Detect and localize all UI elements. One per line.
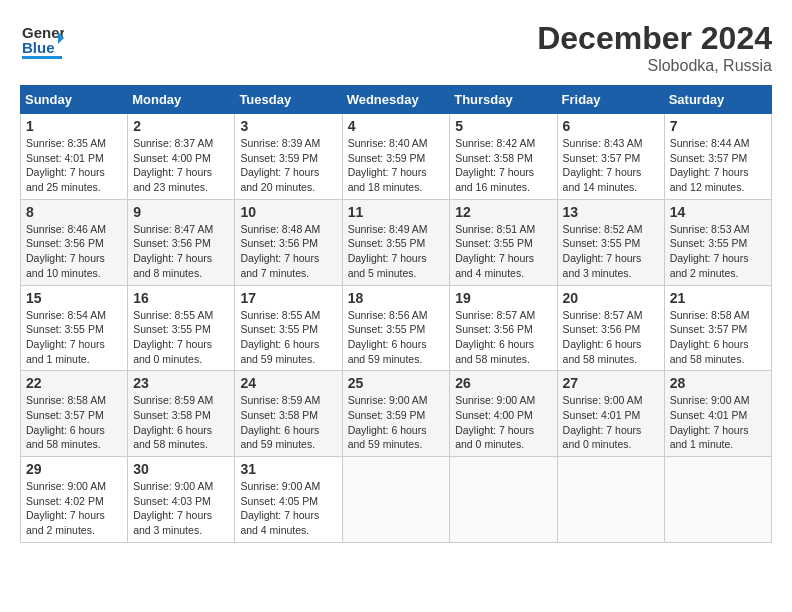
day-number: 9 bbox=[133, 204, 229, 220]
day-info: Sunrise: 8:59 AMSunset: 3:58 PMDaylight:… bbox=[133, 393, 229, 452]
page-header: General Blue December 2024 Slobodka, Rus… bbox=[20, 20, 772, 75]
day-number: 5 bbox=[455, 118, 551, 134]
calendar-cell: 28Sunrise: 9:00 AMSunset: 4:01 PMDayligh… bbox=[664, 371, 771, 457]
day-number: 24 bbox=[240, 375, 336, 391]
week-row-4: 22Sunrise: 8:58 AMSunset: 3:57 PMDayligh… bbox=[21, 371, 772, 457]
svg-rect-3 bbox=[22, 56, 62, 59]
week-row-2: 8Sunrise: 8:46 AMSunset: 3:56 PMDaylight… bbox=[21, 199, 772, 285]
calendar-cell: 20Sunrise: 8:57 AMSunset: 3:56 PMDayligh… bbox=[557, 285, 664, 371]
location-subtitle: Slobodka, Russia bbox=[537, 57, 772, 75]
day-info: Sunrise: 8:52 AMSunset: 3:55 PMDaylight:… bbox=[563, 222, 659, 281]
week-row-3: 15Sunrise: 8:54 AMSunset: 3:55 PMDayligh… bbox=[21, 285, 772, 371]
title-section: December 2024 Slobodka, Russia bbox=[537, 20, 772, 75]
col-tuesday: Tuesday bbox=[235, 86, 342, 114]
day-number: 13 bbox=[563, 204, 659, 220]
calendar-cell: 3Sunrise: 8:39 AMSunset: 3:59 PMDaylight… bbox=[235, 114, 342, 200]
day-info: Sunrise: 8:49 AMSunset: 3:55 PMDaylight:… bbox=[348, 222, 445, 281]
calendar-cell: 27Sunrise: 9:00 AMSunset: 4:01 PMDayligh… bbox=[557, 371, 664, 457]
day-info: Sunrise: 8:51 AMSunset: 3:55 PMDaylight:… bbox=[455, 222, 551, 281]
day-info: Sunrise: 9:00 AMSunset: 4:01 PMDaylight:… bbox=[563, 393, 659, 452]
day-number: 28 bbox=[670, 375, 766, 391]
day-info: Sunrise: 8:59 AMSunset: 3:58 PMDaylight:… bbox=[240, 393, 336, 452]
calendar-cell: 6Sunrise: 8:43 AMSunset: 3:57 PMDaylight… bbox=[557, 114, 664, 200]
day-info: Sunrise: 8:48 AMSunset: 3:56 PMDaylight:… bbox=[240, 222, 336, 281]
col-wednesday: Wednesday bbox=[342, 86, 450, 114]
col-sunday: Sunday bbox=[21, 86, 128, 114]
day-number: 12 bbox=[455, 204, 551, 220]
day-number: 25 bbox=[348, 375, 445, 391]
svg-text:Blue: Blue bbox=[22, 39, 55, 56]
day-info: Sunrise: 8:56 AMSunset: 3:55 PMDaylight:… bbox=[348, 308, 445, 367]
col-friday: Friday bbox=[557, 86, 664, 114]
calendar-cell bbox=[557, 457, 664, 543]
day-info: Sunrise: 8:39 AMSunset: 3:59 PMDaylight:… bbox=[240, 136, 336, 195]
calendar-cell: 18Sunrise: 8:56 AMSunset: 3:55 PMDayligh… bbox=[342, 285, 450, 371]
day-info: Sunrise: 8:58 AMSunset: 3:57 PMDaylight:… bbox=[670, 308, 766, 367]
day-number: 14 bbox=[670, 204, 766, 220]
calendar-cell: 26Sunrise: 9:00 AMSunset: 4:00 PMDayligh… bbox=[450, 371, 557, 457]
day-info: Sunrise: 8:57 AMSunset: 3:56 PMDaylight:… bbox=[455, 308, 551, 367]
col-monday: Monday bbox=[128, 86, 235, 114]
day-info: Sunrise: 8:46 AMSunset: 3:56 PMDaylight:… bbox=[26, 222, 122, 281]
calendar-cell: 11Sunrise: 8:49 AMSunset: 3:55 PMDayligh… bbox=[342, 199, 450, 285]
day-number: 8 bbox=[26, 204, 122, 220]
day-info: Sunrise: 9:00 AMSunset: 4:02 PMDaylight:… bbox=[26, 479, 122, 538]
day-number: 29 bbox=[26, 461, 122, 477]
day-info: Sunrise: 8:37 AMSunset: 4:00 PMDaylight:… bbox=[133, 136, 229, 195]
calendar-cell: 29Sunrise: 9:00 AMSunset: 4:02 PMDayligh… bbox=[21, 457, 128, 543]
calendar-cell bbox=[664, 457, 771, 543]
day-number: 7 bbox=[670, 118, 766, 134]
calendar-cell: 22Sunrise: 8:58 AMSunset: 3:57 PMDayligh… bbox=[21, 371, 128, 457]
calendar-header-row: Sunday Monday Tuesday Wednesday Thursday… bbox=[21, 86, 772, 114]
day-number: 3 bbox=[240, 118, 336, 134]
day-number: 21 bbox=[670, 290, 766, 306]
day-info: Sunrise: 8:44 AMSunset: 3:57 PMDaylight:… bbox=[670, 136, 766, 195]
calendar-cell: 16Sunrise: 8:55 AMSunset: 3:55 PMDayligh… bbox=[128, 285, 235, 371]
calendar-cell: 31Sunrise: 9:00 AMSunset: 4:05 PMDayligh… bbox=[235, 457, 342, 543]
calendar-cell: 14Sunrise: 8:53 AMSunset: 3:55 PMDayligh… bbox=[664, 199, 771, 285]
calendar-cell: 2Sunrise: 8:37 AMSunset: 4:00 PMDaylight… bbox=[128, 114, 235, 200]
calendar-cell: 23Sunrise: 8:59 AMSunset: 3:58 PMDayligh… bbox=[128, 371, 235, 457]
col-saturday: Saturday bbox=[664, 86, 771, 114]
day-info: Sunrise: 8:58 AMSunset: 3:57 PMDaylight:… bbox=[26, 393, 122, 452]
day-number: 4 bbox=[348, 118, 445, 134]
col-thursday: Thursday bbox=[450, 86, 557, 114]
day-number: 31 bbox=[240, 461, 336, 477]
day-number: 15 bbox=[26, 290, 122, 306]
day-info: Sunrise: 9:00 AMSunset: 3:59 PMDaylight:… bbox=[348, 393, 445, 452]
day-number: 1 bbox=[26, 118, 122, 134]
calendar-cell bbox=[450, 457, 557, 543]
calendar-cell: 7Sunrise: 8:44 AMSunset: 3:57 PMDaylight… bbox=[664, 114, 771, 200]
day-number: 19 bbox=[455, 290, 551, 306]
day-number: 26 bbox=[455, 375, 551, 391]
day-info: Sunrise: 8:55 AMSunset: 3:55 PMDaylight:… bbox=[133, 308, 229, 367]
day-info: Sunrise: 8:35 AMSunset: 4:01 PMDaylight:… bbox=[26, 136, 122, 195]
logo: General Blue bbox=[20, 20, 64, 60]
calendar-cell: 19Sunrise: 8:57 AMSunset: 3:56 PMDayligh… bbox=[450, 285, 557, 371]
calendar-table: Sunday Monday Tuesday Wednesday Thursday… bbox=[20, 85, 772, 543]
calendar-cell: 8Sunrise: 8:46 AMSunset: 3:56 PMDaylight… bbox=[21, 199, 128, 285]
calendar-cell: 9Sunrise: 8:47 AMSunset: 3:56 PMDaylight… bbox=[128, 199, 235, 285]
calendar-cell: 4Sunrise: 8:40 AMSunset: 3:59 PMDaylight… bbox=[342, 114, 450, 200]
calendar-cell bbox=[342, 457, 450, 543]
day-info: Sunrise: 9:00 AMSunset: 4:01 PMDaylight:… bbox=[670, 393, 766, 452]
calendar-cell: 17Sunrise: 8:55 AMSunset: 3:55 PMDayligh… bbox=[235, 285, 342, 371]
day-info: Sunrise: 8:40 AMSunset: 3:59 PMDaylight:… bbox=[348, 136, 445, 195]
day-info: Sunrise: 8:47 AMSunset: 3:56 PMDaylight:… bbox=[133, 222, 229, 281]
day-info: Sunrise: 8:43 AMSunset: 3:57 PMDaylight:… bbox=[563, 136, 659, 195]
week-row-1: 1Sunrise: 8:35 AMSunset: 4:01 PMDaylight… bbox=[21, 114, 772, 200]
calendar-cell: 5Sunrise: 8:42 AMSunset: 3:58 PMDaylight… bbox=[450, 114, 557, 200]
day-info: Sunrise: 8:53 AMSunset: 3:55 PMDaylight:… bbox=[670, 222, 766, 281]
day-number: 17 bbox=[240, 290, 336, 306]
day-number: 10 bbox=[240, 204, 336, 220]
day-info: Sunrise: 8:54 AMSunset: 3:55 PMDaylight:… bbox=[26, 308, 122, 367]
week-row-5: 29Sunrise: 9:00 AMSunset: 4:02 PMDayligh… bbox=[21, 457, 772, 543]
day-info: Sunrise: 9:00 AMSunset: 4:00 PMDaylight:… bbox=[455, 393, 551, 452]
calendar-cell: 24Sunrise: 8:59 AMSunset: 3:58 PMDayligh… bbox=[235, 371, 342, 457]
day-info: Sunrise: 9:00 AMSunset: 4:05 PMDaylight:… bbox=[240, 479, 336, 538]
day-number: 30 bbox=[133, 461, 229, 477]
calendar-cell: 12Sunrise: 8:51 AMSunset: 3:55 PMDayligh… bbox=[450, 199, 557, 285]
calendar-cell: 1Sunrise: 8:35 AMSunset: 4:01 PMDaylight… bbox=[21, 114, 128, 200]
day-number: 6 bbox=[563, 118, 659, 134]
month-title: December 2024 bbox=[537, 20, 772, 57]
